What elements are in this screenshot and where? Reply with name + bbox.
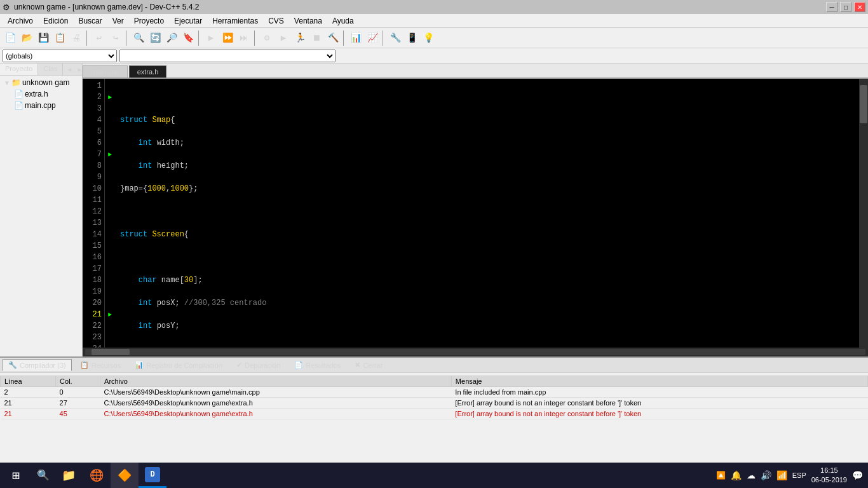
bottom-tab-registro[interactable]: 📊 Registro de Compilación [129, 359, 228, 371]
tb-stop[interactable]: ⏹ [309, 30, 324, 46]
bottom-tab-recursos[interactable]: 📋 Recursos [74, 359, 126, 371]
table-row[interactable]: 21 27 C:\Users\56949\Desktop\unknown gam… [1, 398, 868, 409]
title-text: unknown game - [unknown game.dev] - Dev-… [14, 3, 200, 11]
globals-bar: (globals) [0, 48, 868, 64]
cell-line: 21 [1, 398, 56, 409]
tb-save[interactable]: 💾 [36, 30, 51, 46]
tb-extra3[interactable]: 🔧 [388, 30, 403, 46]
taskbar-sound[interactable]: 🔊 [761, 470, 771, 480]
tb-new[interactable]: 📄 [3, 30, 18, 46]
taskbar-icon-devcpp[interactable]: D [139, 463, 166, 488]
taskbar-up-arrow[interactable]: 🔼 [716, 471, 726, 480]
cerrar-icon: ✖ [355, 361, 360, 369]
bottom-tab-compilador[interactable]: 🔧 Compilador (3) [3, 359, 72, 371]
start-button[interactable]: ⊞ [0, 463, 32, 488]
file-icon-main: 📄 [14, 101, 24, 110]
menu-ventana[interactable]: Ventana [289, 15, 327, 27]
menu-ver[interactable]: Ver [107, 15, 129, 27]
tb-save-all[interactable]: 📋 [52, 30, 67, 46]
v-scroll-thumb[interactable] [860, 85, 867, 123]
bottom-tab-resultados[interactable]: 📄 Resultados [288, 359, 346, 371]
notification-button[interactable]: 💬 [852, 470, 863, 480]
tb-debug3[interactable]: ⏭ [236, 30, 252, 46]
tb-extra2[interactable]: 📈 [365, 30, 380, 46]
sidebar-tab-proyecto[interactable]: Proyecto [0, 64, 38, 75]
taskbar-clock[interactable]: 16:15 06-05-2019 [811, 466, 847, 485]
menu-ayuda[interactable]: Ayuda [327, 15, 359, 27]
taskbar-network[interactable]: 📶 [776, 470, 787, 480]
menu-cvs[interactable]: CVS [263, 15, 289, 27]
tb-debug1[interactable]: ▶ [203, 30, 219, 46]
tree-file-main[interactable]: 📄 main.cpp [11, 100, 81, 111]
tree-root[interactable]: ▼ 📁 unknown gam [1, 77, 81, 88]
tb-replace[interactable]: 🔄 [147, 30, 163, 46]
globals-dropdown[interactable]: (globals) [3, 50, 117, 62]
sep5 [343, 30, 346, 46]
tb-compile[interactable]: ⚙ [259, 30, 275, 46]
tb-open[interactable]: 📂 [19, 30, 34, 46]
table-row[interactable]: 2 0 C:\Users\56949\Desktop\unknown game\… [1, 387, 868, 398]
tb-undo[interactable]: ↩ [92, 30, 107, 46]
cell-msg: [Error] array bound is not an integer co… [451, 409, 867, 419]
tb-find[interactable]: 🔍 [131, 30, 146, 46]
taskbar-icons: 📁 🌐 🔶 D [55, 463, 166, 488]
maximize-button[interactable]: □ [840, 2, 851, 12]
menu-bar: Archivo Edición Buscar Ver Proyecto Ejec… [0, 14, 868, 28]
editor-area: 1 2 3 4 5 6 7 8 9 10 11 12 13 14 [83, 79, 868, 356]
menu-proyecto[interactable]: Proyecto [129, 15, 169, 27]
tree-file-extra[interactable]: 📄 extra.h [11, 88, 81, 100]
tb-extra1[interactable]: 📊 [348, 30, 363, 46]
start-icon: ⊞ [12, 468, 20, 484]
code-tab-main[interactable]: main.cpp [83, 65, 128, 78]
tb-bookmark[interactable]: 🔖 [180, 30, 196, 46]
search-button[interactable]: 🔍 [32, 463, 55, 488]
h-scroll-track[interactable] [85, 349, 865, 355]
table-row[interactable]: 21 45 C:\Users\56949\Desktop\unknown gam… [1, 409, 868, 419]
tb-redo[interactable]: ↪ [108, 30, 123, 46]
menu-herramientas[interactable]: Herramientas [207, 15, 263, 27]
code-tab-extra[interactable]: extra.h [129, 65, 167, 78]
tree-root-label: unknown gam [22, 78, 70, 87]
tb-build-all[interactable]: 🔨 [325, 30, 341, 46]
sidebar-nav-prev[interactable]: ◄ [64, 64, 74, 74]
close-button[interactable]: ✕ [854, 2, 865, 12]
recursos-label: Recursos [92, 362, 121, 369]
taskbar-lang: ESP [792, 471, 806, 479]
bottom-tab-depuracion[interactable]: ✔ Depuración [231, 359, 286, 371]
sidebar-nav-next[interactable]: ► [74, 64, 83, 74]
tb-compile-run[interactable]: 🏃 [292, 30, 308, 46]
tb-run[interactable]: ▶ [276, 30, 291, 46]
menu-archivo[interactable]: Archivo [3, 15, 38, 27]
taskbar-icon-explorer[interactable]: 📁 [55, 463, 83, 488]
registro-label: Registro de Compilación [146, 362, 222, 369]
tb-print[interactable]: 🖨 [69, 30, 84, 46]
taskbar-notification[interactable]: 🔔 [731, 470, 742, 480]
scope-dropdown[interactable] [119, 50, 336, 62]
code-area[interactable]: 1 2 3 4 5 6 7 8 9 10 11 12 13 14 [83, 79, 868, 348]
sep3 [198, 30, 201, 46]
minimize-button[interactable]: ─ [826, 2, 837, 12]
tb-extra4[interactable]: 📱 [404, 30, 419, 46]
compilador-label: Compilador (3) [20, 362, 66, 369]
file-icon-extra: 📄 [14, 90, 24, 98]
title-bar: ⚙ unknown game - [unknown game.dev] - De… [0, 0, 868, 14]
menu-edicion[interactable]: Edición [38, 15, 73, 27]
tb-debug2[interactable]: ⏩ [220, 30, 235, 46]
horizontal-scrollbar[interactable] [83, 348, 868, 356]
tree-file-extra-label: extra.h [25, 90, 48, 98]
h-scroll-thumb[interactable] [92, 349, 130, 355]
sidebar-tab-clase[interactable]: Clas [38, 64, 63, 75]
vertical-scrollbar[interactable] [859, 79, 868, 348]
cell-file: C:\Users\56949\Desktop\unknown game\main… [100, 387, 452, 398]
resultados-label: Resultados [306, 362, 341, 369]
taskbar-cloud[interactable]: ☁ [747, 470, 756, 480]
tb-extra5[interactable]: 💡 [421, 30, 436, 46]
bottom-tab-cerrar[interactable]: ✖ Cerrar [349, 359, 388, 371]
menu-buscar[interactable]: Buscar [73, 15, 107, 27]
menu-ejecutar[interactable]: Ejecutar [169, 15, 207, 27]
tb-find2[interactable]: 🔎 [164, 30, 179, 46]
taskbar-icon-browser[interactable]: 🌐 [83, 463, 111, 488]
code-content[interactable]: struct Smap{ int width; int height; }map… [115, 79, 859, 348]
clock-date: 06-05-2019 [811, 475, 847, 485]
taskbar-icon-sublime[interactable]: 🔶 [111, 463, 139, 488]
